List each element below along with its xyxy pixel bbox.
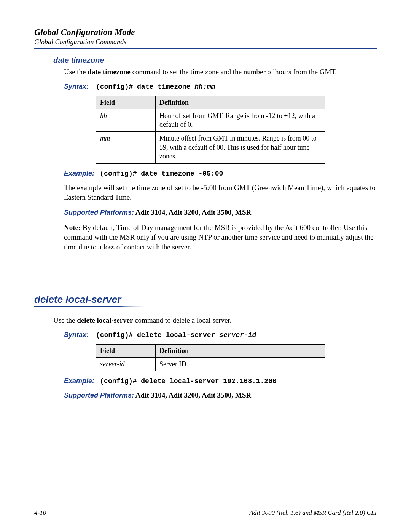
example-command: (config)# date timezone -05:00 xyxy=(100,170,223,177)
syntax-row: Syntax: (config)# date timezone hh:mm xyxy=(64,82,377,91)
intro-post: command to set the time zone and the num… xyxy=(131,68,337,76)
table-row: server-id Server ID. xyxy=(96,358,325,371)
table-header-definition: Definition xyxy=(156,96,325,109)
intro-post: command to delete a local server. xyxy=(133,316,231,324)
example-row: Example: (config)# date timezone -05:00 xyxy=(64,169,377,177)
intro-paragraph: Use the delete local-server command to d… xyxy=(53,315,377,325)
example-command: (config)# delete local-server 192.168.1.… xyxy=(100,377,276,385)
table-cell-definition: Server ID. xyxy=(156,358,325,371)
example-explanation: The example will set the time zone offse… xyxy=(64,183,377,202)
field-table-delete-local-server: Field Definition server-id Server ID. xyxy=(96,344,325,371)
syntax-label: Syntax: xyxy=(64,331,89,339)
example-row: Example: (config)# delete local-server 1… xyxy=(64,377,377,385)
section-heading-rule xyxy=(34,306,145,307)
intro-bold: delete local-server xyxy=(77,316,133,324)
page-footer: 4-10 Adit 3000 (Rel. 1.6) and MSR Card (… xyxy=(34,506,377,517)
intro-pre: Use the xyxy=(64,68,88,76)
table-cell-field: server-id xyxy=(96,358,156,371)
supported-platforms-value: Adit 3104, Adit 3200, Adit 3500, MSR xyxy=(134,208,251,216)
intro-bold: date timezone xyxy=(88,68,130,76)
footer-page-number: 4-10 xyxy=(34,509,46,517)
note-paragraph: Note: By default, Time of Day management… xyxy=(64,223,377,252)
table-cell-field: hh xyxy=(96,109,156,132)
page-header-title: Global Configuration Mode xyxy=(34,27,377,37)
table-cell-field: mm xyxy=(96,132,156,163)
supported-platforms-value: Adit 3104, Adit 3200, Adit 3500, MSR xyxy=(134,391,251,399)
syntax-arg: server-id xyxy=(219,331,256,339)
page: Global Configuration Mode Global Configu… xyxy=(0,0,411,532)
supported-platforms-row: Supported Platforms: Adit 3104, Adit 320… xyxy=(64,208,377,217)
example-label: Example: xyxy=(64,377,94,385)
syntax-command: (config)# date timezone xyxy=(96,83,194,91)
supported-platforms-label: Supported Platforms: xyxy=(64,391,134,399)
table-header-field: Field xyxy=(96,96,156,109)
section-heading-delete-local-server: delete local-server xyxy=(34,294,377,305)
table-cell-definition: Hour offset from GMT. Range is from -12 … xyxy=(156,109,325,132)
syntax-arg: hh:mm xyxy=(194,83,215,91)
section-heading-date-timezone: date timezone xyxy=(53,56,377,65)
example-label: Example: xyxy=(64,169,94,177)
page-header-subtitle: Global Configuration Commands xyxy=(34,38,377,46)
supported-platforms-row: Supported Platforms: Adit 3104, Adit 320… xyxy=(64,390,377,400)
table-row: hh Hour offset from GMT. Range is from -… xyxy=(96,109,325,132)
footer-doc-title: Adit 3000 (Rel. 1.6) and MSR Card (Rel 2… xyxy=(249,509,377,517)
syntax-label: Syntax: xyxy=(64,83,89,90)
syntax-row: Syntax: (config)# delete local-server se… xyxy=(64,331,377,339)
field-table-date-timezone: Field Definition hh Hour offset from GMT… xyxy=(96,96,325,164)
table-row: mm Minute offset from GMT in minutes. Ra… xyxy=(96,132,325,163)
syntax-command: (config)# delete local-server xyxy=(96,331,219,339)
table-header-definition: Definition xyxy=(156,345,325,358)
header-rule xyxy=(34,48,377,49)
note-label: Note: xyxy=(64,224,83,232)
note-text: By default, Time of Day management for t… xyxy=(64,224,373,251)
table-header-field: Field xyxy=(96,345,156,358)
intro-pre: Use the xyxy=(53,316,77,324)
intro-paragraph: Use the date timezone command to set the… xyxy=(64,67,377,77)
supported-platforms-label: Supported Platforms: xyxy=(64,209,134,216)
table-cell-definition: Minute offset from GMT in minutes. Range… xyxy=(156,132,325,163)
